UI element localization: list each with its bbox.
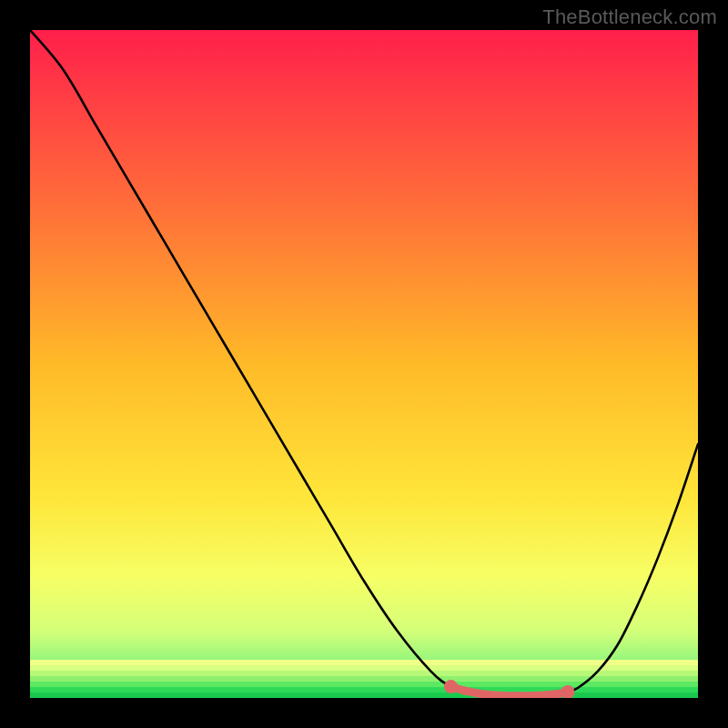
plot-area [30, 30, 698, 698]
highlight-dot [473, 689, 481, 697]
chart-frame: TheBottleneck.com [0, 0, 728, 728]
highlight-markers-layer [30, 30, 698, 698]
watermark-text: TheBottleneck.com [542, 5, 717, 29]
highlight-dot [553, 690, 561, 698]
highlight-dot [460, 686, 469, 694]
highlight-endpoint [444, 680, 458, 693]
highlight-connector [450, 687, 567, 696]
highlight-endpoint [561, 685, 574, 698]
